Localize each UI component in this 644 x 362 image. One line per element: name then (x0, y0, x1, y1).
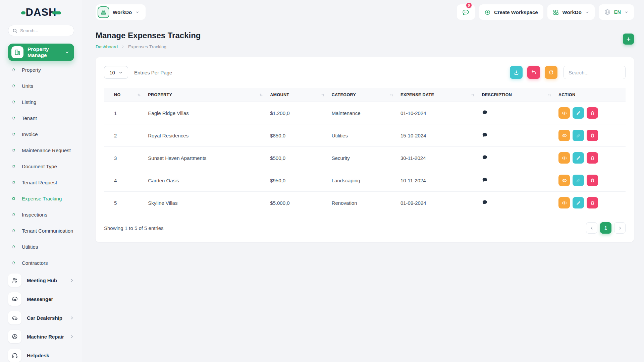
chat-icon (8, 292, 21, 306)
sidebar-item-tenant[interactable]: Tenant (8, 110, 74, 126)
sidebar-item-label: Tenant Request (22, 180, 57, 185)
sort-icon (547, 93, 552, 97)
sidebar-item-property[interactable]: Property (8, 62, 74, 78)
sidebar-item-label: Units (22, 83, 33, 89)
table-search-input[interactable] (564, 66, 626, 79)
edit-button[interactable] (573, 175, 584, 186)
messages-button[interactable]: 0 (457, 4, 475, 20)
pagination-next-button[interactable] (614, 222, 626, 234)
view-button[interactable] (558, 152, 570, 164)
apps-menu-button[interactable]: WorkDo (547, 4, 595, 20)
description-comment-icon[interactable] (482, 132, 488, 138)
delete-button[interactable] (587, 197, 598, 208)
column-header-amount[interactable]: AMOUNT (267, 88, 328, 102)
refresh-button[interactable] (545, 66, 557, 79)
sidebar-item-label: Contractors (22, 260, 48, 266)
column-header-category[interactable]: CATEGORY (328, 88, 397, 102)
circle-plus-icon (484, 9, 491, 15)
view-button[interactable] (558, 130, 570, 141)
sidebar-module-machine-repair[interactable]: Machine Repair (8, 327, 74, 346)
sidebar-item-inspections[interactable]: Inspections (8, 206, 74, 223)
edit-button[interactable] (573, 130, 584, 141)
sidebar-group-property-manage[interactable]: Property Manage (8, 44, 74, 61)
chevron-down-icon (65, 50, 69, 55)
trash-icon (590, 133, 595, 138)
pagination-prev-button[interactable] (586, 222, 597, 234)
cell-category: Security (332, 155, 350, 161)
expenses-table-card: 10 Entries Per Page (96, 57, 634, 242)
main-area: WorkDo 0 Create Workspace (82, 0, 644, 362)
cell-no: 4 (114, 178, 117, 183)
bullet-icon (12, 100, 15, 104)
create-workspace-button[interactable]: Create Workspace (479, 4, 543, 20)
column-header-expense-date[interactable]: EXPENSE DATE (397, 88, 479, 102)
sidebar-module-label: Machine Repair (27, 334, 64, 340)
sidebar-module-label: Messenger (27, 296, 74, 302)
bullet-icon (12, 84, 15, 88)
chevron-right-icon (618, 226, 622, 230)
table-row: 4 Garden Oasis $950,0 Landscaping 10-11-… (104, 169, 626, 192)
sidebar-item-document-type[interactable]: Document Type (8, 158, 74, 174)
sidebar-module-messenger[interactable]: Messenger (8, 290, 74, 308)
sidebar-item-units[interactable]: Units (8, 78, 74, 94)
view-button[interactable] (558, 175, 570, 186)
view-button[interactable] (558, 107, 570, 119)
language-selector[interactable]: EN (599, 4, 634, 20)
eye-icon (561, 155, 567, 161)
cell-property: Skyline Villas (148, 200, 177, 206)
sidebar-item-listing[interactable]: Listing (8, 94, 74, 110)
breadcrumb-dashboard-link[interactable]: Dashboard (96, 44, 118, 49)
topbar-actions: 0 Create Workspace WorkDo (457, 4, 634, 20)
sidebar-search[interactable] (8, 25, 74, 36)
sidebar-item-label: Document Type (22, 164, 57, 169)
sidebar-item-label: Property (22, 67, 41, 73)
cell-category: Maintenance (332, 110, 361, 116)
column-header-no[interactable]: NO (104, 88, 145, 102)
table-row: 1 Eagle Ridge Villas $1.200,0 Maintenanc… (104, 102, 626, 124)
column-header-property[interactable]: PROPERTY (145, 88, 267, 102)
view-button[interactable] (558, 197, 570, 208)
description-comment-icon[interactable] (482, 109, 488, 116)
edit-button[interactable] (573, 152, 584, 164)
delete-button[interactable] (587, 130, 598, 141)
bullet-icon (12, 261, 15, 265)
edit-button[interactable] (573, 197, 584, 208)
sidebar-item-label: Tenant (22, 115, 37, 121)
edit-button[interactable] (573, 107, 584, 119)
sidebar-module-car-dealership[interactable]: Car Dealership (8, 308, 74, 327)
sidebar-module-label: Helpdesk (27, 353, 74, 358)
sidebar-item-tenant-communication[interactable]: Tenant Communication (8, 223, 74, 239)
sidebar-search-input[interactable] (20, 28, 70, 33)
chevron-left-icon (590, 226, 594, 230)
delete-button[interactable] (587, 107, 598, 119)
undo-button[interactable] (527, 66, 540, 79)
sidebar-module-helpdesk[interactable]: Helpdesk (8, 346, 74, 362)
sidebar-module-meeting-hub[interactable]: Meeting Hub (8, 271, 74, 290)
refresh-icon (548, 70, 554, 75)
sidebar-item-contractors[interactable]: Contractors (8, 255, 74, 271)
sidebar-item-maintenance-request[interactable]: Maintenance Request (8, 142, 74, 158)
export-button[interactable] (510, 66, 523, 79)
column-header-description[interactable]: DESCRIPTION (478, 88, 555, 102)
add-expense-button[interactable] (623, 34, 634, 45)
sidebar-item-utilities[interactable]: Utilities (8, 239, 74, 255)
entries-per-page-select[interactable]: 10 (104, 66, 128, 79)
sidebar-item-label: Utilities (22, 244, 38, 250)
logo-accent-bar (52, 11, 61, 14)
description-comment-icon[interactable] (482, 199, 488, 205)
sidebar: DASH Property Manage Property Units (0, 0, 82, 362)
sidebar-item-tenant-request[interactable]: Tenant Request (8, 174, 74, 190)
description-comment-icon[interactable] (482, 154, 488, 161)
sidebar-item-expense-tracking[interactable]: Expense Tracking (8, 190, 74, 206)
delete-button[interactable] (587, 152, 598, 164)
building-icon (11, 46, 23, 58)
pagination-page-1-button[interactable]: 1 (600, 222, 611, 234)
workspace-selector[interactable]: WorkDo (96, 4, 146, 20)
sidebar-item-invoice[interactable]: Invoice (8, 126, 74, 142)
table-row: 3 Sunset Haven Apartments $500,0 Securit… (104, 147, 626, 169)
sidebar-module-label: Meeting Hub (27, 278, 64, 283)
delete-button[interactable] (587, 175, 598, 186)
bullet-icon (12, 197, 15, 200)
wheel-icon (8, 330, 21, 343)
description-comment-icon[interactable] (482, 177, 488, 183)
